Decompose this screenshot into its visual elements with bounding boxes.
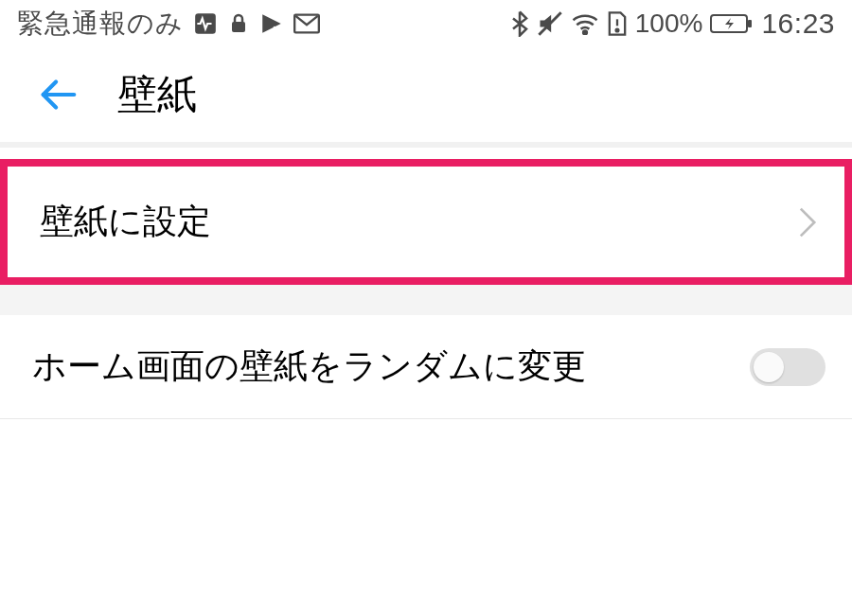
svg-rect-1	[232, 22, 245, 32]
random-wallpaper-row[interactable]: ホーム画面の壁紙をランダムに変更	[0, 315, 852, 419]
section-divider	[0, 142, 852, 148]
mail-icon	[293, 13, 320, 34]
status-right: 100% 16:23	[510, 8, 835, 40]
lock-icon	[227, 12, 250, 35]
play-protect-icon	[259, 11, 284, 36]
wifi-icon	[571, 12, 599, 35]
set-wallpaper-label: 壁紙に設定	[40, 199, 211, 245]
toggle-knob	[754, 352, 784, 382]
chevron-right-icon	[797, 205, 818, 239]
bluetooth-icon	[510, 10, 529, 37]
battery-percent: 100%	[635, 9, 703, 39]
set-wallpaper-row[interactable]: 壁紙に設定	[8, 167, 844, 277]
app-header: 壁紙	[0, 47, 852, 142]
random-wallpaper-label: ホーム画面の壁紙をランダムに変更	[32, 343, 586, 390]
svg-rect-8	[748, 20, 752, 27]
highlighted-row-frame: 壁紙に設定	[0, 159, 852, 285]
status-left: 緊急通報のみ	[17, 6, 320, 42]
clock-text: 16:23	[761, 8, 835, 40]
sim-alert-icon	[607, 10, 628, 37]
mute-icon	[537, 10, 563, 37]
carrier-text: 緊急通報のみ	[17, 6, 184, 42]
svg-point-4	[583, 31, 587, 35]
battery-icon	[710, 12, 754, 35]
random-wallpaper-toggle[interactable]	[750, 348, 825, 386]
section-gap	[0, 285, 852, 315]
page-title: 壁紙	[117, 68, 197, 121]
status-bar: 緊急通報のみ 100% 16:23	[0, 0, 852, 47]
back-button[interactable]	[36, 73, 80, 116]
activity-icon	[193, 11, 218, 36]
svg-point-6	[615, 29, 618, 32]
